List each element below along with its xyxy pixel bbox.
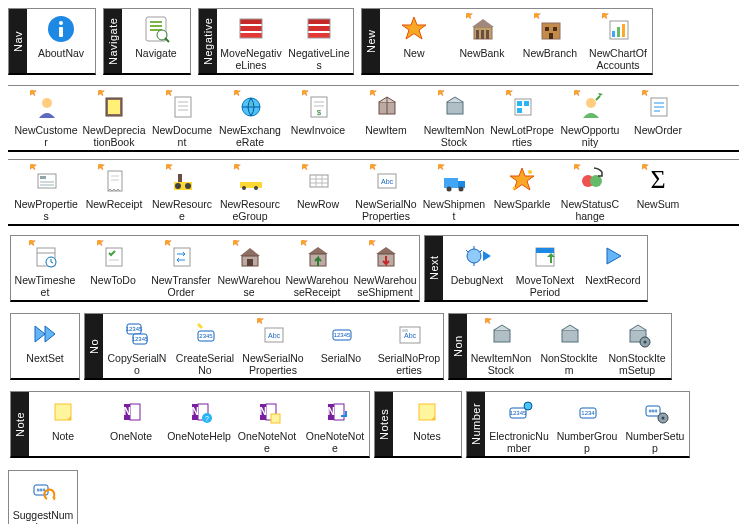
palette-item-nextrecord[interactable]: NextRecord — [579, 236, 647, 300]
palette-item-newwarehouseshipment[interactable]: NewWarehouseShipment — [351, 236, 419, 300]
palette-item-newshipment[interactable]: NewShipment — [420, 160, 488, 224]
group-tab: Next — [425, 236, 443, 300]
svg-marker-32 — [98, 90, 104, 96]
palette-item-newrow[interactable]: NewRow — [284, 160, 352, 224]
palette-item-numbersetup[interactable]: ###NumberSetup — [621, 392, 689, 456]
palette-item-newexchangerate[interactable]: NewExchangeRate — [216, 86, 284, 150]
onenotenote2-icon: N — [319, 396, 351, 428]
palette-item-suggestnumber[interactable]: ###SuggestNumber — [9, 471, 77, 524]
item-label: MoveNegativeLines — [219, 47, 283, 71]
palette-item-newitemnonstock[interactable]: NewItemNonStock — [467, 314, 535, 378]
group-items: Navigate — [122, 9, 190, 73]
palette-item-electronicnumber[interactable]: 12345ElectronicNumber — [485, 392, 553, 456]
svg-rect-10 — [308, 26, 330, 31]
palette-item-numbergroup[interactable]: 1234NumberGroup — [553, 392, 621, 456]
palette-item-newbranch[interactable]: NewBranch — [516, 9, 584, 73]
group-tab: Negative — [199, 9, 217, 73]
group-tab: Note — [11, 392, 29, 456]
palette-item-nonstockitemsetup[interactable]: NonStockItemSetup — [603, 314, 671, 378]
item-label: OneNote — [110, 430, 152, 454]
svg-rect-62 — [108, 171, 122, 191]
palette-item-copyserialno[interactable]: 1234512345CopySerialNo — [103, 314, 171, 378]
palette-item-note[interactable]: Note — [29, 392, 97, 456]
item-label: NonStockItemSetup — [605, 352, 669, 376]
free-new-items-2: NewPropertiesNewReceiptNewResourceNewRes… — [8, 159, 739, 226]
svg-marker-42 — [370, 90, 376, 96]
palette-item-nonstockitem[interactable]: NonStockItem — [535, 314, 603, 378]
svg-point-67 — [175, 183, 181, 189]
palette-item-newstatuschange[interactable]: NewStatusChange — [556, 160, 624, 224]
palette-item-onenotenote[interactable]: NOneNoteNote — [233, 392, 301, 456]
palette-item-serialno[interactable]: 12345SerialNo — [307, 314, 375, 378]
palette-item-newtodo[interactable]: NewToDo — [79, 236, 147, 300]
nonstock-icon — [553, 318, 585, 350]
palette-item-onenotenote[interactable]: NOneNoteNote — [301, 392, 369, 456]
suggest-icon: ### — [27, 475, 59, 507]
palette-item-newbank[interactable]: NewBank — [448, 9, 516, 73]
palette-item-newtransferorder[interactable]: NewTransferOrder — [147, 236, 215, 300]
palette-item-newinvoice[interactable]: $NewInvoice — [284, 86, 352, 150]
palette-item-newresource[interactable]: NewResource — [148, 160, 216, 224]
palette-item-newwarehouse[interactable]: NewWarehouse — [215, 236, 283, 300]
palette-item-onenote[interactable]: NOneNote — [97, 392, 165, 456]
svg-point-82 — [459, 187, 464, 192]
item-label: NewReceipt — [86, 198, 143, 222]
svg-rect-28 — [617, 27, 620, 37]
palette-item-movetonextperiod[interactable]: MoveToNextPeriod — [511, 236, 579, 300]
palette-item-newtimesheet[interactable]: NewTimesheet — [11, 236, 79, 300]
palette-item-newitem[interactable]: NewItem — [352, 86, 420, 150]
svg-marker-73 — [302, 164, 308, 170]
palette-item-neworder[interactable]: NewOrder — [624, 86, 692, 150]
svg-rect-59 — [40, 181, 54, 183]
svg-point-81 — [447, 187, 452, 192]
status-icon — [574, 164, 606, 196]
svg-point-88 — [590, 175, 602, 187]
svg-marker-115 — [45, 326, 55, 342]
palette-item-newcustomer[interactable]: NewCustomer — [12, 86, 80, 150]
palette-item-new[interactable]: New — [380, 9, 448, 73]
svg-text:###: ### — [649, 408, 658, 414]
item-label: NewItemNonStock — [422, 124, 486, 148]
palette-item-newresourcegroup[interactable]: NewResourceGroup — [216, 160, 284, 224]
palette-item-newreceipt[interactable]: NewReceipt — [80, 160, 148, 224]
svg-marker-102 — [301, 240, 307, 246]
palette-item-negativelines[interactable]: NegativeLines — [285, 9, 353, 73]
palette-item-nextset[interactable]: NextSet — [11, 314, 79, 378]
palette-item-newitemnonstock[interactable]: NewItemNonStock — [420, 86, 488, 150]
palette-item-newlotproperties[interactable]: NewLotProperties — [488, 86, 556, 150]
palette-item-aboutnav[interactable]: AboutNav — [27, 9, 95, 73]
palette-item-newserialnoproperties[interactable]: AbcNewSerialNoProperties — [239, 314, 307, 378]
palette-item-newchartofaccounts[interactable]: NewChartOfAccounts — [584, 9, 652, 73]
debugnext-icon — [461, 240, 493, 272]
svg-marker-113 — [607, 248, 621, 264]
item-label: SerialNoProperties — [377, 352, 441, 376]
palette-item-newdepreciationbook[interactable]: NewDepreciationBook — [80, 86, 148, 150]
palette-item-notes[interactable]: Notes — [393, 392, 461, 456]
svg-marker-25 — [602, 13, 608, 19]
svg-marker-14 — [466, 13, 472, 19]
palette-item-newserialnoproperties[interactable]: AbcNewSerialNoProperties — [352, 160, 420, 224]
palette-item-debugnext[interactable]: DebugNext — [443, 236, 511, 300]
item-label: NegativeLines — [287, 47, 351, 71]
group-number: Number12345ElectronicNumber1234NumberGro… — [466, 391, 690, 458]
svg-rect-58 — [40, 176, 46, 179]
palette-item-newopportunity[interactable]: NewOpportunity — [556, 86, 624, 150]
svg-marker-86 — [574, 164, 580, 170]
svg-marker-54 — [642, 90, 648, 96]
palette-item-newdocument[interactable]: NewDocument — [148, 86, 216, 150]
palette-item-movenegativelines[interactable]: MoveNegativeLines — [217, 9, 285, 73]
palette-item-serialnoproperties[interactable]: AbcSerialNoProperties — [375, 314, 443, 378]
palette-item-newsum[interactable]: ΣNewSum — [624, 160, 692, 224]
palette-item-createserialno[interactable]: 2345CreateSerialNo — [171, 314, 239, 378]
palette-item-navigate[interactable]: Navigate — [122, 9, 190, 73]
palette-item-newproperties[interactable]: NewProperties — [12, 160, 80, 224]
palette-item-newsparkle[interactable]: NewSparkle — [488, 160, 556, 224]
svg-rect-17 — [476, 30, 479, 39]
palette-item-onenotehelp[interactable]: N?OneNoteHelp — [165, 392, 233, 456]
notes-icon — [411, 396, 443, 428]
nextset-icon — [29, 318, 61, 350]
copyserial-icon: 1234512345 — [121, 318, 153, 350]
group-non: NonNewItemNonStockNonStockItemNonStockIt… — [448, 313, 672, 380]
item-label: NewBank — [460, 47, 505, 71]
palette-item-newwarehousereceipt[interactable]: NewWarehouseReceipt — [283, 236, 351, 300]
